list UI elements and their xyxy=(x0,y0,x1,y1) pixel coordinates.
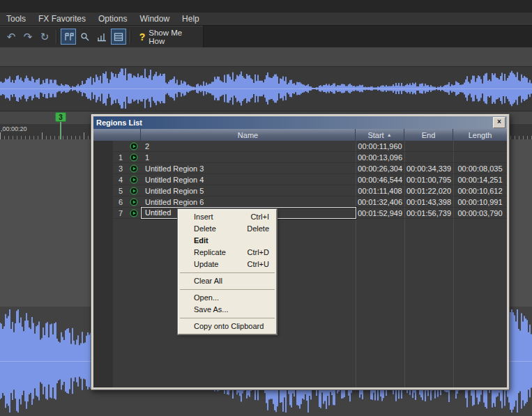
menu-item-label: Replicate xyxy=(194,247,226,259)
menu-tools[interactable]: Tools xyxy=(0,13,32,25)
repeat-icon: ↻ xyxy=(40,31,50,43)
row-number: 5 xyxy=(93,187,127,195)
context-menu-item-open[interactable]: Open... xyxy=(178,292,276,304)
play-region-icon[interactable] xyxy=(127,164,141,173)
column-header-end[interactable]: End xyxy=(404,129,453,141)
play-region-icon[interactable] xyxy=(127,198,141,206)
region-length: 00:00:08,035 xyxy=(453,164,507,173)
menu-item-label: Edit xyxy=(194,235,208,247)
undo-icon: ↶ xyxy=(7,31,16,43)
region-length: 00:00:10,991 xyxy=(453,198,507,206)
undo-button[interactable]: ↶ xyxy=(3,29,19,45)
context-menu-item-insert[interactable]: Insert Ctrl+I xyxy=(178,211,276,223)
close-button[interactable]: × xyxy=(493,117,506,128)
play-region-icon[interactable] xyxy=(127,209,141,217)
dialog-title-bar[interactable]: Regions List × xyxy=(93,116,507,129)
region-length: 00:00:10,612 xyxy=(453,187,507,195)
menu-item-label: Save As... xyxy=(194,304,229,316)
region-name: 1 xyxy=(141,153,356,162)
region-name: 2 xyxy=(141,142,356,151)
column-header-name[interactable]: Name xyxy=(141,129,356,141)
region-end: 00:01:22,020 xyxy=(404,187,453,195)
menu-help[interactable]: Help xyxy=(176,13,206,25)
context-menu-item-copy-onto-clipboard[interactable]: Copy onto Clipboard xyxy=(178,321,276,332)
context-menu-item-save-as[interactable]: Save As... xyxy=(178,304,276,316)
region-end: 00:01:43,398 xyxy=(404,198,453,206)
sort-ascending-icon: ▲ xyxy=(387,132,392,137)
context-menu-item-clear-all[interactable]: Clear All xyxy=(178,275,276,287)
menu-bar: Tools FX Favorites Options Window Help xyxy=(0,13,532,26)
region-start: 00:00:26,304 xyxy=(356,164,404,173)
regions-list-content: Name Start ▲ End Length 2 00:00:11,960 xyxy=(93,129,507,387)
regions-list-dialog: Regions List × Name Start ▲ End Length xyxy=(91,114,510,390)
close-icon: × xyxy=(497,118,501,125)
magnifier-icon xyxy=(79,31,91,43)
column-header-start[interactable]: Start ▲ xyxy=(356,129,404,141)
context-menu-item-edit[interactable]: Edit xyxy=(178,235,276,247)
play-region-icon[interactable] xyxy=(127,153,141,162)
play-region-icon[interactable] xyxy=(127,176,141,184)
regions-list-toggle-button[interactable] xyxy=(61,29,76,45)
toolbar-separator xyxy=(56,30,57,44)
menu-item-label: Delete xyxy=(194,223,216,235)
region-end: 00:01:56,739 xyxy=(404,209,453,217)
workspace-background xyxy=(0,47,532,66)
table-row[interactable]: 6 Untitled Region 6 00:01:32,406 00:01:4… xyxy=(93,197,507,208)
menu-separator xyxy=(180,272,275,273)
region-start: 00:01:11,408 xyxy=(356,187,404,195)
column-header-length[interactable]: Length xyxy=(453,129,507,141)
dialog-title: Regions List xyxy=(96,118,142,127)
play-region-icon[interactable] xyxy=(127,187,141,195)
show-me-how-button[interactable]: ? Show Me How xyxy=(134,29,203,45)
help-question-icon: ? xyxy=(139,31,146,43)
menu-item-shortcut: Ctrl+D xyxy=(248,247,269,259)
menu-separator xyxy=(180,289,275,290)
find-tool-button[interactable] xyxy=(77,29,93,45)
playlist-grid-icon xyxy=(113,31,124,43)
table-row[interactable]: 1 1 00:00:13,096 xyxy=(93,152,507,163)
row-number: 6 xyxy=(93,198,127,206)
context-menu-item-delete[interactable]: Delete Delete xyxy=(178,223,276,235)
menu-item-shortcut: Ctrl+I xyxy=(250,211,269,223)
marker-flag-3[interactable]: 3 xyxy=(55,112,66,122)
region-name: Untitled Region 3 xyxy=(141,164,356,173)
region-start: 00:00:13,096 xyxy=(356,153,404,162)
menu-item-label: Insert xyxy=(194,211,213,223)
table-row[interactable]: 4 Untitled Region 4 00:00:46,544 00:01:0… xyxy=(93,174,507,185)
row-number: 1 xyxy=(93,153,127,162)
waveform-top-svg xyxy=(0,67,532,111)
region-start: 00:00:11,960 xyxy=(356,142,404,151)
window-top-strip xyxy=(0,0,532,13)
menu-item-label: Clear All xyxy=(194,275,222,287)
playlist-toggle-button[interactable] xyxy=(111,29,126,45)
menu-item-shortcut: Delete xyxy=(247,223,269,235)
play-region-icon[interactable] xyxy=(127,142,141,151)
table-row[interactable]: 5 Untitled Region 5 00:01:11,408 00:01:2… xyxy=(93,185,507,197)
menu-item-label: Copy onto Clipboard xyxy=(194,321,264,332)
menu-fx-favorites[interactable]: FX Favorites xyxy=(32,13,92,25)
region-name: Untitled Region 6 xyxy=(141,198,356,206)
repeat-button[interactable]: ↻ xyxy=(37,29,52,45)
statistics-button[interactable] xyxy=(94,29,109,45)
menu-options[interactable]: Options xyxy=(92,13,133,25)
region-end: 00:01:00,795 xyxy=(404,176,453,184)
context-menu-item-update[interactable]: Update Ctrl+U xyxy=(178,259,276,270)
context-menu-item-replicate[interactable]: Replicate Ctrl+D xyxy=(178,247,276,259)
region-length: 00:00:14,251 xyxy=(453,176,507,184)
menu-window[interactable]: Window xyxy=(133,13,176,25)
region-name: Untitled Region 5 xyxy=(141,187,356,195)
menu-item-shortcut: Ctrl+U xyxy=(248,259,269,270)
row-number: 3 xyxy=(93,164,127,173)
table-row[interactable]: 2 00:00:11,960 xyxy=(93,141,507,152)
row-number: 7 xyxy=(93,209,127,217)
show-me-how-label: Show Me How xyxy=(149,29,197,45)
marker-line xyxy=(60,122,61,139)
region-start: 00:00:46,544 xyxy=(356,176,404,184)
toolbar: ↶ ↷ ↻ xyxy=(0,26,532,47)
ruler-time-label: ,00:00:20 xyxy=(1,125,27,132)
waveform-display-top[interactable] xyxy=(0,66,532,111)
redo-button[interactable]: ↷ xyxy=(20,29,36,45)
table-row[interactable]: 3 Untitled Region 3 00:00:26,304 00:00:3… xyxy=(93,163,507,174)
region-start: 00:01:52,949 xyxy=(356,209,404,217)
region-name: Untitled Region 4 xyxy=(141,176,356,184)
